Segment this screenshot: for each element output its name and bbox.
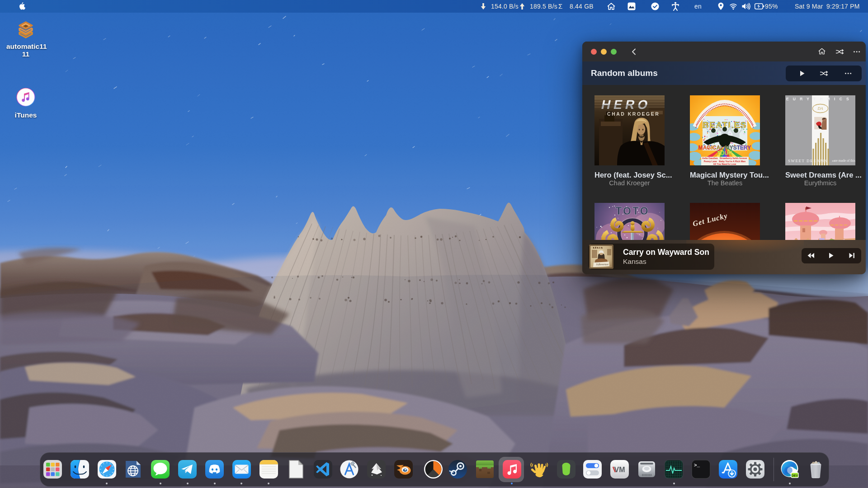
- svg-text:Leftoverture: Leftoverture: [596, 263, 609, 266]
- svg-text:TOTO: TOTO: [615, 205, 649, 217]
- svg-text:Aelia Gaudiea Strawberry fie: Aelia Gaudiea Strawberry fields forever: [702, 157, 747, 160]
- svg-text:CHAD KROEGER: CHAD KROEGER: [607, 111, 660, 117]
- svg-text:SWEET DREAMS: SWEET DREAMS: [788, 159, 828, 163]
- svg-text:EURYTHMICS: EURYTHMICS: [786, 97, 853, 101]
- svg-text:♞♜♞♝♞: ♞♜♞♝♞: [593, 247, 603, 249]
- svg-text:All You Need Is Love: All You Need Is Love: [713, 163, 736, 165]
- svg-text:«are made of this»: «are made of this»: [832, 159, 855, 163]
- svg-text:TOUR: TOUR: [717, 150, 732, 156]
- svg-text:HERO: HERO: [600, 97, 652, 112]
- svg-text:DA: DA: [817, 106, 823, 111]
